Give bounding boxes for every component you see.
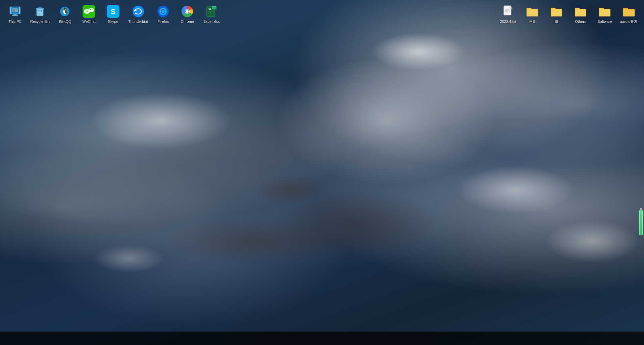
svg-text:🐧: 🐧 (61, 7, 69, 15)
desktop-icon-file-2022[interactable]: txt 2022.4.txt (496, 3, 520, 26)
others-label: Others (575, 19, 586, 24)
si-label: SI (555, 19, 558, 24)
recycle-bin-label: Recycle Bin (30, 19, 50, 24)
svg-point-23 (90, 9, 91, 10)
recycle-bin-icon (33, 5, 47, 18)
qq-icon: 🐧 (58, 5, 71, 18)
others-folder-icon (574, 5, 587, 18)
svg-text:txt: txt (504, 15, 506, 17)
software-folder-icon (598, 5, 611, 18)
excel-icon: Xl (205, 5, 218, 18)
taskbar[interactable] (0, 332, 644, 345)
thunderbird-icon (132, 5, 145, 18)
desktop-icon-si[interactable]: SI (545, 3, 568, 26)
svg-rect-9 (15, 10, 17, 12)
chrome-icon (181, 5, 194, 18)
desktop-icon-wechat[interactable]: WeChat (77, 3, 101, 26)
wechat-icon (82, 5, 96, 18)
svg-point-24 (92, 9, 93, 10)
svg-text:S: S (111, 7, 116, 16)
svg-rect-11 (36, 8, 44, 9)
ms-folder-icon (526, 5, 539, 18)
chrome-label: Chrome (181, 19, 194, 24)
svg-point-31 (161, 10, 165, 13)
svg-rect-7 (15, 9, 17, 10)
desktop-icon-skype[interactable]: S Skype (101, 3, 125, 26)
qq-label: 腾讯QQ (58, 19, 71, 24)
aardio-folder-icon (622, 5, 636, 18)
desktop-icon-this-pc[interactable]: This PC (3, 3, 27, 26)
desktop-icons-area: This PC Recycle Bin (0, 0, 644, 29)
desktop-icon-ms[interactable]: MS (521, 3, 544, 26)
svg-rect-8 (13, 10, 15, 12)
desktop-icon-aardio[interactable]: aardio开发 (617, 3, 641, 26)
desktop-icon-qq[interactable]: 🐧 腾讯QQ (53, 3, 77, 26)
skype-label: Skype (108, 19, 118, 24)
svg-point-20 (89, 8, 94, 12)
desktop-icon-thunderbird[interactable]: Thunderbird (126, 3, 151, 26)
ms-label: MS (530, 19, 535, 24)
left-icon-group: This PC Recycle Bin (0, 3, 223, 26)
svg-rect-4 (13, 14, 17, 15)
si-folder-icon (550, 5, 563, 18)
battery-indicator (639, 208, 643, 235)
svg-rect-6 (13, 9, 15, 10)
desktop-icon-excel[interactable]: Xl Excel.xlsx (200, 3, 223, 26)
this-pc-label: This PC (8, 19, 21, 24)
aardio-label: aardio开发 (620, 19, 638, 24)
svg-point-22 (87, 11, 88, 12)
svg-point-34 (186, 10, 189, 13)
this-pc-icon (8, 5, 22, 18)
file-2022-icon: txt (501, 5, 515, 18)
desktop-icon-others[interactable]: Others (569, 3, 592, 26)
svg-rect-12 (38, 7, 42, 8)
svg-point-21 (86, 11, 87, 12)
right-icon-group: txt 2022.4.txt MS SI (496, 3, 644, 26)
desktop-icon-recycle-bin[interactable]: Recycle Bin (28, 3, 52, 26)
file-2022-label: 2022.4.txt (500, 19, 516, 24)
desktop-icon-chrome[interactable]: Chrome (176, 3, 199, 26)
skype-icon: S (106, 5, 120, 18)
firefox-icon (156, 5, 170, 18)
battery-body (639, 210, 643, 235)
svg-rect-42 (212, 7, 216, 9)
svg-rect-5 (12, 15, 18, 16)
excel-label: Excel.xlsx (203, 19, 220, 24)
software-label: Software (597, 19, 612, 24)
desktop-wallpaper (0, 0, 644, 345)
wechat-label: WeChat (82, 19, 96, 24)
desktop-icon-software[interactable]: Software (593, 3, 616, 26)
svg-text:Xl: Xl (208, 8, 211, 11)
battery-tip (640, 208, 642, 210)
firefox-label: Firefox (158, 19, 169, 24)
thunderbird-label: Thunderbird (128, 19, 148, 24)
desktop-icon-firefox[interactable]: Firefox (151, 3, 175, 26)
